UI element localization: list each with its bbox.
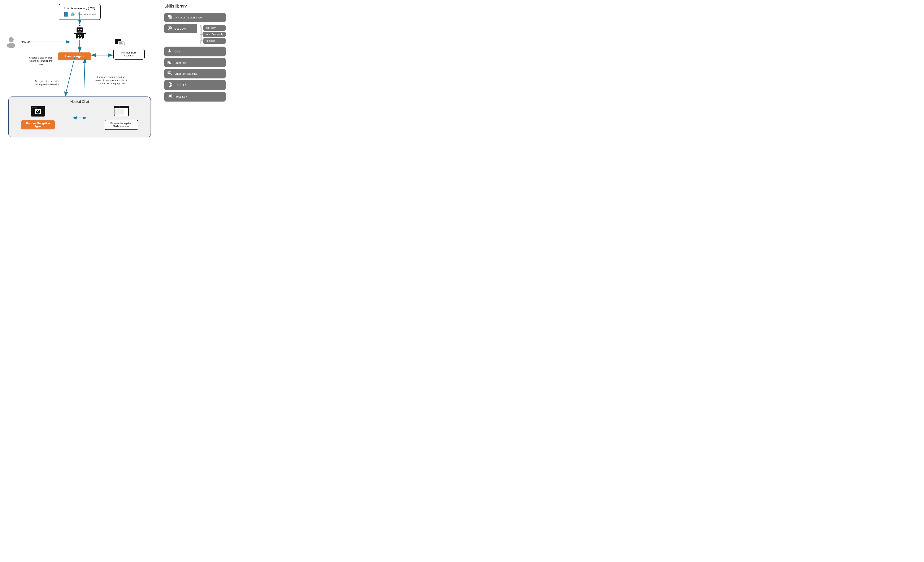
svg-point-0 [9, 37, 14, 42]
skill-enter-text: Enter text [164, 58, 226, 67]
svg-rect-19 [118, 44, 123, 45]
skill-open-url: Open URL [164, 80, 226, 90]
svg-point-42 [38, 114, 38, 114]
svg-line-26 [65, 58, 74, 96]
svg-rect-3 [78, 29, 79, 30]
svg-rect-35 [36, 110, 38, 111]
svg-point-1 [7, 43, 15, 48]
skill-enter-text-label: Enter text [174, 61, 186, 65]
chat-bubble-icon [114, 39, 125, 50]
planner-agent-box: Planner Agent [58, 53, 91, 60]
svg-rect-13 [84, 33, 86, 35]
skill-input-fields-only: Input fields only [203, 32, 226, 37]
svg-rect-81 [169, 72, 169, 73]
nested-chat-title: Nested Chat [13, 100, 146, 104]
planner-skills-label: Planner Skills executor [122, 51, 137, 57]
skills-library-title: Skills library [164, 4, 226, 9]
svg-rect-80 [168, 72, 169, 73]
keyboard-icon [167, 61, 172, 65]
svg-point-84 [168, 83, 172, 87]
svg-rect-90 [170, 95, 171, 96]
svg-rect-67 [169, 62, 170, 62]
svg-point-49 [116, 107, 117, 108]
svg-rect-16 [118, 42, 124, 46]
svg-rect-78 [170, 72, 170, 72]
ltm-title: Long term memory (LTM) [63, 7, 97, 10]
exec-label: Execution summary and an answer if task … [94, 75, 128, 85]
planner-skills-box: Planner Skills executor [113, 49, 145, 60]
svg-point-11 [82, 37, 84, 39]
dom-group: Get DOM Text only Input fields only All … [164, 24, 226, 45]
ask-user-icon [167, 15, 172, 20]
skill-get-dom-label: Get DOM [174, 27, 186, 30]
skill-press-key: Press Key [164, 92, 226, 102]
svg-rect-66 [168, 62, 169, 62]
skill-click: Click [164, 47, 226, 56]
svg-rect-36 [38, 110, 39, 111]
svg-rect-54 [169, 17, 172, 19]
svg-rect-83 [168, 73, 171, 74]
svg-rect-79 [170, 72, 171, 72]
globe-icon [167, 82, 172, 88]
svg-rect-71 [169, 62, 170, 63]
svg-rect-72 [170, 62, 171, 63]
skill-click-label: Click [174, 50, 180, 53]
user-icon [7, 37, 15, 48]
nav-skills-box: Browser Navigation Skills executor [105, 106, 138, 130]
svg-rect-2 [76, 27, 83, 33]
get-dom-icon [167, 26, 172, 31]
svg-point-30 [32, 107, 33, 108]
svg-point-32 [36, 107, 37, 108]
svg-rect-91 [169, 96, 171, 97]
svg-rect-69 [171, 62, 171, 62]
svg-rect-12 [74, 33, 76, 35]
svg-point-85 [169, 83, 171, 87]
svg-rect-89 [169, 95, 170, 96]
dom-sub-options: Text only Input fields only All fields [203, 25, 226, 44]
delegates-label: Delegates the next step in the plan for … [34, 80, 60, 86]
ltm-box: Long term memory (LTM) 📘 ⚙️ User prefere… [59, 4, 100, 20]
svg-rect-40 [36, 113, 40, 114]
svg-point-41 [37, 114, 38, 114]
svg-rect-77 [169, 72, 169, 72]
svg-point-6 [79, 25, 80, 26]
svg-rect-92 [168, 98, 169, 98]
skill-press-key-label: Press Key [174, 95, 187, 98]
svg-line-27 [84, 58, 85, 96]
nested-chat-arrow [71, 116, 88, 120]
gear-icon: ⚙️ [70, 12, 75, 17]
skill-enter-text-click-label: Enter text and click [174, 72, 198, 75]
skill-get-dom: Get DOM [164, 24, 197, 33]
svg-rect-37 [37, 111, 38, 111]
nav-agent-label: Browser Navigation Agent [21, 120, 55, 129]
svg-rect-76 [168, 72, 169, 72]
svg-rect-4 [81, 29, 82, 30]
svg-rect-88 [168, 94, 172, 98]
new-task-label: New task [21, 41, 31, 44]
diagram-area: Long term memory (LTM) 📘 ⚙️ User prefere… [0, 0, 159, 141]
step-label: Creates a step-by-step plan to accomplis… [27, 56, 54, 66]
press-key-icon [167, 94, 172, 99]
svg-rect-74 [169, 63, 171, 63]
svg-rect-82 [170, 72, 170, 73]
svg-rect-18 [118, 43, 123, 44]
skill-enter-text-click: Enter text and click [164, 69, 226, 78]
skill-text-only: Text only [203, 25, 226, 31]
skills-library: Skills library Ask user for clarificatio… [159, 0, 231, 141]
svg-point-50 [117, 107, 118, 108]
skill-ask-user-label: Ask user for clarification [174, 16, 203, 19]
skill-open-url-label: Open URL [174, 84, 187, 87]
svg-point-57 [170, 28, 170, 29]
nav-agent-box: Browser Navigation Agent [21, 106, 55, 129]
svg-point-9 [76, 37, 78, 39]
svg-point-31 [34, 107, 35, 108]
skill-ask-user: Ask user for clarification [164, 13, 226, 22]
nav-skills-label: Browser Navigation Skills executor [105, 120, 138, 130]
svg-point-39 [38, 108, 38, 109]
svg-rect-7 [78, 31, 81, 32]
robot-icon [70, 24, 89, 40]
svg-point-10 [79, 37, 81, 39]
skill-all-fields: All fields [203, 38, 226, 44]
nested-chat-container: Nested Chat [8, 96, 151, 137]
svg-rect-52 [116, 109, 124, 114]
